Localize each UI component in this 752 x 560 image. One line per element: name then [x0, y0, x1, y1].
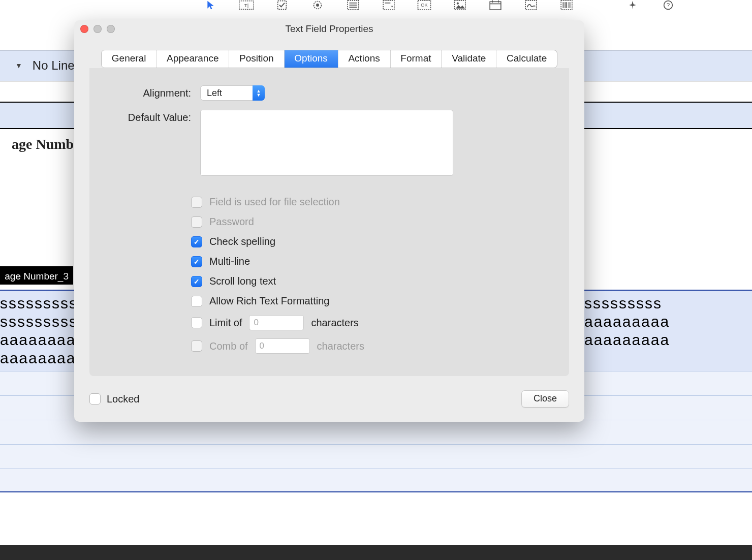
svg-text:T|: T| [244, 3, 249, 8]
tab-format[interactable]: Format [390, 50, 442, 68]
scroll-long-text-checkbox[interactable]: ✓ [191, 276, 202, 287]
svg-text:?: ? [667, 2, 670, 8]
limit-of-input[interactable] [249, 315, 304, 330]
rich-text-label: Allow Rich Text Formatting [209, 295, 329, 307]
password-label: Password [209, 216, 254, 228]
tab-appearance[interactable]: Appearance [156, 50, 229, 68]
comb-of-chars-label: characters [317, 340, 364, 352]
svg-rect-9 [383, 1, 394, 10]
file-selection-checkbox [191, 197, 202, 208]
text-field-tool-icon[interactable]: T| [239, 0, 254, 13]
tab-position[interactable]: Position [229, 50, 284, 68]
comb-of-checkbox [191, 340, 202, 352]
pin-icon[interactable] [625, 0, 640, 13]
close-button[interactable]: Close [521, 390, 569, 408]
image-field-tool-icon[interactable] [452, 0, 467, 13]
svg-rect-15 [490, 2, 501, 10]
svg-point-14 [457, 3, 459, 5]
column-heading: age Number [0, 136, 86, 152]
multi-line-label: Multi-line [209, 256, 250, 267]
dialog-titlebar: Text Field Properties [74, 20, 584, 38]
limit-of-chars-label: characters [311, 317, 358, 329]
help-icon[interactable]: ? [661, 0, 676, 13]
alignment-select-value: Left [200, 85, 253, 101]
table-cell: aaaaaaaaa [584, 331, 752, 349]
comb-of-input[interactable] [255, 338, 310, 354]
tab-options[interactable]: Options [284, 50, 338, 68]
alignment-label: Alignment: [89, 85, 200, 101]
default-value-input[interactable] [200, 110, 453, 176]
options-panel: Alignment: Left ▲▼ Default Value: Field … [89, 68, 569, 376]
close-window-icon[interactable] [80, 25, 88, 33]
text-field-properties-dialog: Text Field Properties General Appearance… [74, 20, 584, 422]
svg-text:OK: OK [421, 3, 427, 8]
pointer-icon[interactable] [203, 0, 218, 13]
rich-text-checkbox[interactable] [191, 296, 202, 307]
chevron-down-icon[interactable]: ▼ [15, 61, 22, 70]
check-spelling-label: Check spelling [209, 236, 275, 247]
minimize-window-icon [93, 25, 102, 33]
checkbox-tool-icon[interactable] [274, 0, 290, 13]
default-value-label: Default Value: [89, 110, 200, 125]
ok-button-tool-icon[interactable]: OK [417, 0, 432, 13]
properties-tabs: General Appearance Position Options Acti… [101, 50, 557, 68]
table-cell: aaaaaaaaa [584, 313, 752, 330]
limit-of-label: Limit of [209, 317, 242, 329]
check-spelling-checkbox[interactable]: ✓ [191, 236, 202, 247]
tab-general[interactable]: General [102, 50, 156, 68]
svg-point-4 [316, 4, 319, 7]
date-field-tool-icon[interactable] [488, 0, 503, 13]
tab-validate[interactable]: Validate [441, 50, 496, 68]
comb-of-label: Comb of [209, 340, 248, 352]
locked-checkbox[interactable] [89, 393, 101, 405]
multi-line-checkbox[interactable]: ✓ [191, 256, 202, 267]
locked-label: Locked [107, 393, 140, 405]
window-footer [0, 545, 752, 560]
signature-tool-icon[interactable] [523, 0, 539, 13]
tab-actions[interactable]: Actions [338, 50, 390, 68]
alignment-select[interactable]: Left ▲▼ [200, 85, 265, 101]
radio-tool-icon[interactable] [310, 0, 325, 13]
listbox-tool-icon[interactable] [346, 0, 361, 13]
dialog-title: Text Field Properties [74, 23, 584, 35]
tab-calculate[interactable]: Calculate [496, 50, 557, 68]
limit-of-checkbox[interactable] [191, 317, 202, 328]
barcode-tool-icon[interactable] [559, 0, 574, 13]
table-cell: sssssssss [584, 295, 752, 312]
form-field-tag[interactable]: age Number_3 [0, 267, 72, 284]
line-style-label[interactable]: No Line [33, 58, 75, 73]
app-toolbar: T| OK ? [0, 0, 752, 15]
file-selection-label: Field is used for file selection [209, 196, 340, 208]
dropdown-tool-icon[interactable] [381, 0, 396, 13]
password-checkbox [191, 216, 202, 228]
zoom-window-icon [107, 25, 115, 33]
select-arrows-icon: ▲▼ [253, 85, 265, 101]
scroll-long-text-label: Scroll long text [209, 275, 276, 287]
